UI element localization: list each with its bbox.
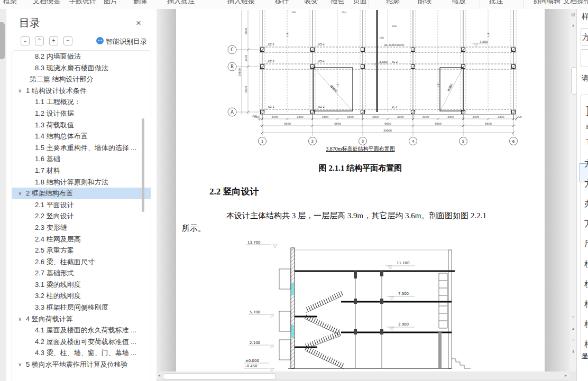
toc-item-label: 2.3 变形缝 bbox=[35, 224, 67, 231]
style-item[interactable]: 柱 bbox=[584, 259, 588, 270]
toc-item-16[interactable]: 2.4 柱网及层高 bbox=[12, 234, 151, 245]
style-item[interactable]: 办 bbox=[584, 199, 588, 210]
svg-text:5: 5 bbox=[462, 140, 464, 144]
toc-item-24[interactable]: 4.1 屋面及楼面的永久荷载标准 ... bbox=[12, 324, 151, 336]
scroll-right-icon[interactable]: ▸ bbox=[565, 373, 567, 378]
toc-item-5[interactable]: 1.2 设计依据 bbox=[12, 108, 151, 119]
style-item[interactable]: 柱 bbox=[584, 279, 588, 290]
toc-item-17[interactable]: 2.5 承重方案 bbox=[12, 245, 151, 256]
toc-item-11[interactable]: 1.8 结构计算原则和方法 bbox=[12, 176, 151, 188]
toolbar-item[interactable]: 拖色 bbox=[330, 0, 344, 6]
style-item[interactable]: 框 bbox=[584, 299, 588, 310]
fit-page-icon[interactable]: ▫ bbox=[570, 338, 576, 342]
toc-item-14[interactable]: 2.2 竖向设计 bbox=[12, 210, 151, 222]
toc-item-12[interactable]: ∨2 框架结构布置 bbox=[12, 188, 151, 199]
close-icon[interactable]: × bbox=[136, 18, 141, 27]
show-more-link[interactable]: 显示更多 bbox=[582, 351, 588, 361]
svg-text:3.880: 3.880 bbox=[379, 60, 388, 63]
horizontal-scrollbar[interactable]: ◂ ▸ bbox=[157, 371, 570, 379]
svg-text:L-1: L-1 bbox=[487, 33, 490, 36]
svg-text:4: 4 bbox=[412, 140, 415, 144]
toc-item-7[interactable]: 1.4 结构总体布置 bbox=[12, 131, 151, 142]
chevron-down-icon[interactable]: ∨ bbox=[18, 313, 22, 325]
toolbar-item[interactable]: 批注 bbox=[489, 0, 503, 6]
font-select[interactable]: 方正 bbox=[581, 28, 588, 46]
toolbar-separator bbox=[480, 1, 480, 9]
toc-item-label: 3.1 梁的线刚度 bbox=[35, 281, 81, 289]
toc-item-19[interactable]: 2.7 基础形式 bbox=[12, 267, 151, 279]
svg-text:11.100: 11.100 bbox=[397, 261, 410, 265]
toc-item-8[interactable]: 1.5 主要承重构件、墙体的选择 ... bbox=[12, 142, 151, 154]
toc-item-22[interactable]: 3.3 框架柱层间侧移刚度 bbox=[12, 302, 151, 313]
toolbar-item[interactable]: 装变 bbox=[304, 0, 318, 6]
style-item[interactable]: 方 bbox=[584, 179, 588, 190]
toc-item-9[interactable]: 1.6 基础 bbox=[12, 153, 151, 165]
toolbar-item[interactable]: 字数统计 bbox=[69, 0, 96, 6]
collapse-all-button[interactable]: ⌃ bbox=[35, 36, 44, 45]
horizontal-scrollbar-thumb[interactable] bbox=[163, 373, 276, 379]
font-size-select[interactable] bbox=[581, 49, 588, 67]
chevron-down-icon[interactable]: ∨ bbox=[18, 85, 22, 97]
toc-scrollbar-thumb[interactable] bbox=[142, 118, 144, 212]
style-item[interactable]: 厅 bbox=[584, 239, 588, 250]
top-toolbar[interactable]: 框架文档便签字数统计图片删除插入批注插入链接移行装变拖色页面轮廓朗读缩放批注协同… bbox=[0, 0, 588, 10]
page-shadow-right bbox=[545, 9, 570, 371]
toc-item-label: 1.2 设计依据 bbox=[35, 109, 74, 117]
toc-item-27[interactable]: ∨5 横向水平地震作用计算及位移验 bbox=[12, 359, 151, 370]
toc-item-6[interactable]: 1.3 荷载取值 bbox=[12, 119, 151, 131]
vertical-scrollbar-thumb[interactable] bbox=[571, 67, 577, 95]
toolbar-item[interactable]: 轮廓 bbox=[386, 0, 400, 6]
toolbar-item[interactable]: 文档操作 bbox=[563, 0, 588, 6]
toolbar-item[interactable]: 移行 bbox=[275, 0, 289, 6]
layout-icon[interactable]: ▤ bbox=[570, 12, 576, 17]
toc-item-10[interactable]: 1.7 材料 bbox=[12, 165, 151, 176]
add-bookmark-button[interactable]: + bbox=[49, 36, 58, 45]
svg-text:KZ-3: KZ-3 bbox=[268, 60, 274, 63]
toolbar-item[interactable]: 文档便签 bbox=[33, 0, 60, 6]
toc-item-0[interactable]: 8.2 内墙面做法 bbox=[12, 51, 151, 62]
auto-scroll-icon[interactable]: ▾ bbox=[570, 314, 576, 319]
chevron-down-icon[interactable]: ∨ bbox=[18, 359, 22, 370]
toolbar-item[interactable]: 插入链接 bbox=[227, 0, 255, 6]
next-page-icon[interactable]: ⇟ bbox=[570, 349, 576, 354]
toolbar-item[interactable]: 框架 bbox=[3, 0, 17, 6]
scroll-left-icon[interactable]: ◂ bbox=[158, 373, 160, 378]
toc-item-23[interactable]: ∨4 竖向荷载计算 bbox=[12, 313, 151, 325]
toolbar-item[interactable]: 图片 bbox=[104, 0, 117, 6]
document-page[interactable]: 楼梯间 楼梯间 C B A 6000 2400 6000 15600 250 bbox=[176, 9, 545, 371]
toolbar-item[interactable]: 删除 bbox=[133, 0, 147, 6]
toc-item-21[interactable]: 3.2 柱的线刚度 bbox=[12, 290, 151, 302]
paragraph-line-1: 本设计主体结构共 3 层，一层层高 3.9m，其它层均 3.6m。剖面图如图 2… bbox=[226, 211, 486, 221]
smart-toc-button[interactable]: 智能识别目录 bbox=[106, 37, 147, 47]
previous-page-icon[interactable]: ▴ bbox=[570, 326, 576, 331]
toc-item-18[interactable]: 2.6 梁、柱截面尺寸 bbox=[12, 256, 151, 268]
svg-text:-0.450: -0.450 bbox=[245, 364, 258, 368]
plan-stairwell: 楼梯间 楼梯间 bbox=[314, 68, 463, 111]
vertical-scrollbar[interactable]: ▤ ▴ ▾ ▴ ▫ ⇟ bbox=[570, 9, 576, 371]
toc-item-26[interactable]: 4.3 梁、柱、墙、窗、门、幕墙 ... bbox=[12, 347, 151, 359]
sidebar-collapse-handle[interactable] bbox=[0, 22, 5, 59]
toolbar-item[interactable]: 插入批注 bbox=[167, 0, 195, 6]
toc-item-20[interactable]: 3.1 梁的线刚度 bbox=[12, 279, 151, 291]
toolbar-item[interactable]: 页面 bbox=[353, 0, 367, 6]
toolbar-item[interactable]: 缩放 bbox=[452, 0, 466, 6]
toc-item-1[interactable]: 8.3 现浇水磨石楼面做法 bbox=[12, 62, 151, 74]
svg-text:3300: 3300 bbox=[271, 115, 278, 118]
expand-all-button[interactable]: ⌄ bbox=[21, 36, 30, 45]
style-item[interactable]: 框 bbox=[584, 319, 588, 330]
remove-bookmark-button[interactable]: − bbox=[63, 36, 72, 45]
scroll-up-icon[interactable]: ▴ bbox=[570, 23, 576, 27]
toc-item-25[interactable]: 4.2 屋面及楼面可变荷载标准值 ... bbox=[12, 336, 151, 348]
chevron-down-icon[interactable]: ∨ bbox=[18, 188, 22, 199]
toolbar-item[interactable]: 协同编辑 bbox=[533, 0, 561, 6]
toolbar-item[interactable]: 朗读 bbox=[418, 0, 431, 6]
style-item[interactable]: 万 bbox=[584, 219, 588, 230]
toc-item-4[interactable]: 1.1 工程概况： bbox=[12, 96, 151, 108]
style-item[interactable]: 方 bbox=[584, 159, 588, 170]
toc-item-label: 4.1 屋面及楼面的永久荷载标准 ... bbox=[35, 326, 136, 334]
toc-item-2[interactable]: 第二篇 结构设计部分 bbox=[12, 73, 151, 85]
toc-item-15[interactable]: 2.3 变形缝 bbox=[12, 222, 151, 234]
style-item[interactable]: 框 bbox=[584, 339, 588, 350]
toc-item-3[interactable]: ∨1 结构设计技术条件 bbox=[12, 85, 151, 97]
toc-item-13[interactable]: 2.1 平面设计 bbox=[12, 199, 151, 211]
